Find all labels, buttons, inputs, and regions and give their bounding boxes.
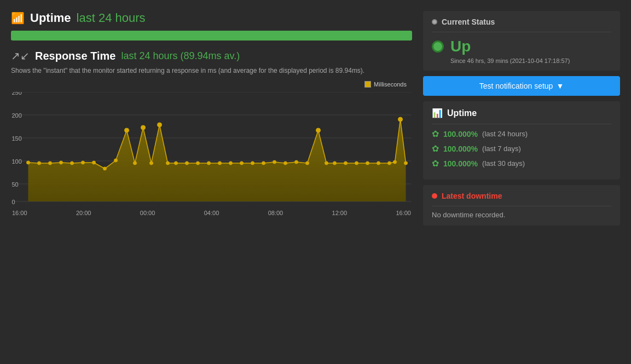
downtime-dot [432,193,437,199]
svg-point-29 [196,161,200,165]
svg-point-21 [125,128,129,132]
legend-color-box [364,81,371,88]
svg-point-30 [207,161,211,165]
svg-point-14 [49,161,52,165]
svg-point-44 [355,161,358,165]
svg-point-49 [398,117,403,122]
divider-1 [432,32,611,32]
x-label-4: 04:00 [204,210,219,216]
chart-line [28,119,406,169]
uptime-pct-30d: 100.000% [443,159,478,168]
uptime-star-2: ✿ [432,143,439,154]
svg-point-39 [306,161,309,165]
dropdown-arrow-icon: ▼ [556,82,564,90]
uptime-bar-fill [11,31,412,41]
svg-point-27 [175,161,178,165]
response-chart: 250 200 150 100 50 0 [11,92,412,207]
uptime-bar [11,31,412,41]
svg-point-45 [366,161,369,165]
chart-dots [27,117,408,170]
svg-point-20 [114,159,118,162]
svg-point-37 [284,161,287,165]
svg-point-40 [316,128,321,132]
status-up-indicator [432,41,444,53]
svg-point-28 [186,161,189,165]
svg-point-42 [333,161,337,165]
svg-point-38 [295,160,298,164]
uptime-stats-bar-icon: 📊 [432,108,443,118]
uptime-period-24h: (last 24 hours) [482,130,528,138]
bar-chart-icon: 📶 [11,11,25,25]
svg-point-47 [388,161,391,165]
x-label-3: 00:00 [140,210,155,216]
svg-text:50: 50 [12,181,19,188]
response-section: ↗↙ Response Time last 24 hours (89.94ms … [11,49,412,212]
svg-point-33 [240,161,244,165]
uptime-star-3: ✿ [432,158,439,169]
uptime-row-7d: ✿ 100.000% (last 7 days) [432,143,611,154]
svg-text:0: 0 [12,199,15,205]
svg-point-24 [150,161,153,165]
svg-text:150: 150 [12,135,22,142]
svg-point-35 [262,161,265,165]
latest-downtime-card: Latest downtime No downtime recorded. [423,185,620,226]
notification-button-label: Test notification setup [479,82,553,90]
svg-point-15 [60,161,63,164]
uptime-pct-7d: 100.000% [443,145,478,153]
response-description: Shows the "instant" that the monitor sta… [11,66,412,76]
divider-2 [432,124,611,124]
svg-point-32 [229,161,233,165]
svg-text:200: 200 [12,112,22,119]
svg-point-22 [134,161,137,165]
chart-container: Milliseconds 250 200 150 100 50 [11,81,412,212]
svg-point-13 [38,161,41,165]
right-panel: Current Status Up Since 46 hrs, 39 mins … [423,11,620,353]
downtime-message: No downtime recorded. [432,211,611,219]
chart-fill-area [28,119,406,201]
x-label-1: 16:00 [12,210,27,216]
divider-3 [432,206,611,206]
uptime-row-24h: ✿ 100.000% (last 24 hours) [432,129,611,139]
uptime-pct-24h: 100.000% [443,130,478,138]
svg-text:100: 100 [12,158,22,165]
svg-text:250: 250 [12,92,22,96]
svg-point-16 [71,161,74,165]
svg-point-48 [393,160,397,164]
response-icon: ↗↙ [11,49,30,62]
downtime-title: Latest downtime [442,192,502,200]
svg-point-23 [141,125,146,130]
uptime-stats-title: Uptime [447,108,477,118]
x-label-5: 08:00 [268,210,283,216]
notification-setup-button[interactable]: Test notification setup ▼ [423,76,620,96]
uptime-title: Uptime [30,11,71,25]
svg-point-12 [27,161,30,164]
uptime-subtitle: last 24 hours [77,11,146,25]
left-panel: 📶 Uptime last 24 hours ↗↙ Response Time … [11,11,412,353]
svg-point-25 [158,123,162,127]
current-status-card: Current Status Up Since 46 hrs, 39 mins … [423,11,620,71]
current-status-title: Current Status [442,18,495,26]
response-subtitle: last 24 hours (89.94ms av.) [121,50,240,62]
status-since-text: Since 46 hrs, 39 mins (2021-10-04 17:18:… [450,57,611,64]
chart-legend: Milliseconds [364,81,407,88]
svg-point-43 [344,161,348,165]
x-label-6: 12:00 [332,210,348,216]
svg-point-26 [166,161,170,165]
uptime-period-30d: (last 30 days) [482,159,525,167]
svg-point-36 [273,160,276,164]
status-up-text: Up [450,38,471,55]
x-label-2: 20:00 [76,210,91,216]
legend-label: Milliseconds [374,81,407,88]
svg-point-18 [92,161,96,164]
response-title: Response Time [35,50,115,62]
svg-point-17 [82,161,85,164]
svg-point-41 [325,161,328,165]
svg-point-19 [103,167,107,170]
uptime-star-1: ✿ [432,129,439,139]
status-header-dot [432,19,437,25]
svg-point-46 [377,161,380,165]
svg-point-50 [404,161,408,165]
uptime-section: 📶 Uptime last 24 hours [11,11,412,41]
uptime-period-7d: (last 7 days) [482,145,521,153]
svg-point-31 [218,161,222,165]
